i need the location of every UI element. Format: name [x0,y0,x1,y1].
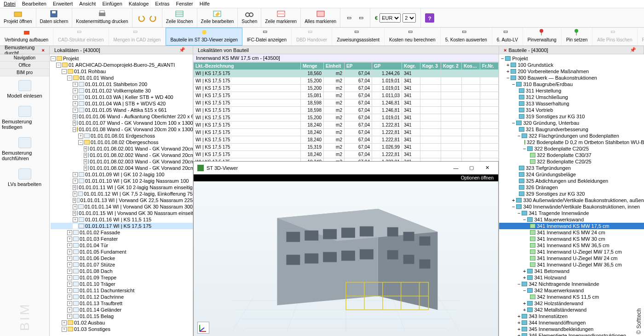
cost5-button[interactable]: ▭5. Kosten auswerten [441,28,492,46]
viewer-options-bar[interactable]: Optionen öffnen [194,174,498,181]
col-header[interactable]: Menge [301,63,324,70]
tree-node[interactable]: +01.01.02 Fassade [51,229,193,236]
save-button[interactable]: Daten sichern [36,8,73,27]
tree-node[interactable]: +330 Außenwände/Vertikale Baukonstruktio… [499,197,644,203]
tree-node[interactable]: 341 Innenwand U-Ziegel MW 24 cm [499,255,644,261]
expand-icon[interactable]: − [73,127,76,132]
tree-node[interactable]: +01.01.01.12 WI | GK 7,5 2-lagig, Einkof… [51,191,193,197]
expand-icon[interactable]: + [67,230,72,235]
tree-node[interactable]: 312 Umschließung [499,94,644,100]
expand-icon[interactable]: + [67,295,72,300]
sidebar-header-nav[interactable]: Navigation [0,54,49,62]
expand-icon[interactable]: + [73,82,78,87]
col-header[interactable]: Kogr. [402,63,420,70]
menu-extras[interactable]: Extras [155,1,169,7]
expand-icon[interactable] [73,224,78,229]
help-button[interactable]: ? [425,13,435,23]
tree-node[interactable]: +01.01.11 Dachuntersicht [51,287,193,294]
tree-node[interactable]: +01.01.01.15 WI | Vorwand GK 30 Nassraum… [51,210,193,216]
expand-icon[interactable]: − [518,281,520,287]
pin-mgr-button[interactable]: Pinverwaltung [523,28,562,46]
tree-node[interactable]: +01.01.01.08.01 Erdgeschoss [51,133,193,139]
sidebar-item-bemusterung-durchfuehren[interactable]: Bemusterung durchführen [0,133,49,165]
sidebar-item-lvs-bearbeiten[interactable]: LVs bearbeiten [0,165,49,191]
expand-icon[interactable]: + [84,166,87,171]
expand-icon[interactable]: + [67,307,72,313]
tree-node[interactable]: +01.01.01.11 WI | GK 10 2-lagig Nassraum… [51,184,193,191]
pin-prop-button[interactable]: ▭Pin Eigenschaften [638,28,644,46]
close-icon[interactable]: × [504,47,506,53]
tree-node[interactable]: 321 Baugrundverbesserung [499,126,644,133]
expand-icon[interactable]: + [73,114,76,119]
tree-node[interactable]: 323 Tiefgründungen [499,165,644,171]
expand-icon[interactable]: + [67,314,72,319]
expand-icon[interactable]: + [67,301,72,306]
tree-node[interactable]: +01.01.07 Stütze [51,261,193,268]
table-row[interactable]: WI | KS 17,5 17518,598m267,041.246,81341 [194,99,499,107]
tree-node[interactable]: +01.01.13 Traufbrett [51,300,193,307]
expand-icon[interactable]: + [73,179,78,184]
tree-node[interactable]: +01.01.03 Fenster [51,236,193,242]
tree-node[interactable]: +345 Innenwandbekleidungen [499,326,644,332]
redo-button[interactable] [148,13,158,23]
col-header[interactable]: EP [345,63,372,70]
col-header[interactable]: Kos… [462,63,480,70]
tree-node[interactable]: +01.01.05 Fundament [51,249,193,255]
tree-node[interactable]: −Projekt [51,55,193,62]
tree-node[interactable]: +01.01.01.08.02.002 Wand - GK Vorwand 20… [51,152,193,158]
expand-icon[interactable]: + [518,332,520,336]
expand-icon[interactable]: − [518,133,520,139]
tree-node[interactable]: −340 Innenwände/Vertikale Baukonstruktio… [499,203,644,210]
ifc-show-button[interactable]: ▭IFC-Datei anzeigen [242,28,292,46]
tree-node[interactable]: 342 Innenwand KS 11,5 cm [499,294,644,300]
tree-node[interactable]: 314 Vortrieb [499,107,644,113]
tree-node[interactable]: +341 Holzwand [499,274,644,281]
tree-node[interactable]: 341 Innenwand KS MW 30 cm [499,236,644,242]
expand-icon[interactable]: + [62,327,67,332]
expand-icon[interactable]: + [84,159,87,164]
edit-row-button[interactable]: Zeile bearbeiten [197,8,238,27]
expand-icon[interactable]: + [67,275,72,280]
menu-erweitert[interactable]: Erweitert [53,1,73,7]
delete-row-button[interactable]: Zeile löschen [162,8,197,27]
expand-icon[interactable]: − [512,120,515,126]
tree-node[interactable]: 01.01.01.17 WI | KS 17,5 175 [51,223,193,229]
tree-node[interactable]: +01.01.01.01 Stahlbeton 200 [51,81,193,87]
expand-icon[interactable]: + [523,268,526,274]
tree-node[interactable]: 325 Abdichtungen und Bekleidungen [499,178,644,184]
sidebar-item-bemusterung-festlegen[interactable]: Bemusterung festlegen [0,102,49,133]
minimize-button[interactable]: — [448,163,463,173]
expand-icon[interactable]: + [512,197,515,203]
expand-icon[interactable]: − [67,75,72,81]
tree-node[interactable]: +01.01.01.10 WI | GK 10 2-lagig Nassraum… [51,178,193,184]
table-row[interactable]: WI | KS 17,5 17518,240m267,041.222,81341 [194,136,499,144]
expand-icon[interactable]: + [73,204,77,209]
expand-icon[interactable]: + [523,307,526,313]
tree-node[interactable]: +341 Betonwand [499,268,644,274]
tree-node[interactable]: −01.01.01.08 Wand - GK Vorwand 20cm 200 … [51,126,193,133]
st3d-viewer-button[interactable]: Bauteile im ST 3D-Viewer zeigen [166,28,242,46]
sidebar-header-bim[interactable]: BIM pro [0,69,49,76]
maximize-button[interactable]: ▢ [464,163,479,173]
expand-icon[interactable]: − [56,63,61,68]
expand-icon[interactable]: + [518,326,520,332]
tree-node[interactable]: 341 Innenwand KS MW 24 cm [499,229,644,236]
tree-node[interactable]: +01.01.01.06 Wand - Aufkantung Oberlicht… [51,113,193,120]
tree-node[interactable]: +01.01.01.05 Wand - Attika 515 x 661 [51,107,193,113]
tree-node[interactable]: 324 Gründungsbeläge [499,171,644,178]
undo-button[interactable] [136,13,146,23]
expand-icon[interactable]: + [73,101,78,106]
expand-icon[interactable]: + [73,121,76,126]
col-header[interactable]: Lkt.-Bezeichnung [194,63,301,70]
expand-icon[interactable]: + [73,191,77,197]
expand-icon[interactable]: − [512,203,515,210]
viewer-canvas[interactable] [194,181,498,336]
sidebar-item-modell-einlesen[interactable]: Modell einlesen [0,76,49,102]
table-row[interactable]: WI | KS 17,5 17518,240m267,041.222,81341 [194,151,499,158]
mark-all-button[interactable]: Alles markieren [301,8,340,27]
tree-node[interactable]: +01.01.01.08.02.001 Wand - GK Vorwand 20… [51,145,193,152]
tree-node[interactable]: +200 Vorbereitende Maßnahmen [499,68,644,75]
tree-node[interactable]: +01.01.06 Decke [51,255,193,261]
pin-icon[interactable]: 📌 [627,47,639,53]
tab-bemusterung[interactable]: Bemusterung durchf…× [0,46,50,54]
